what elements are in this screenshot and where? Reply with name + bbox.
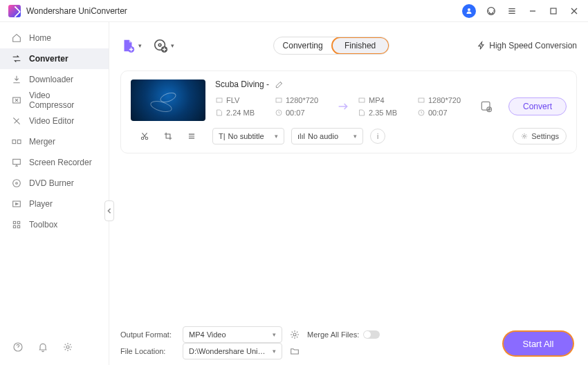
svg-point-30 bbox=[293, 333, 296, 336]
file-location-label: File Location: bbox=[120, 347, 176, 355]
open-folder-icon[interactable] bbox=[289, 346, 300, 357]
sidebar-item-dvd[interactable]: DVD Burner bbox=[0, 173, 109, 194]
svg-point-17 bbox=[158, 44, 161, 46]
svg-rect-20 bbox=[276, 98, 282, 102]
file-name: Scuba Diving - bbox=[215, 79, 269, 89]
app-logo-icon bbox=[8, 5, 21, 17]
svg-rect-25 bbox=[481, 102, 490, 110]
svg-rect-12 bbox=[17, 225, 19, 227]
convert-button[interactable]: Convert bbox=[508, 97, 567, 115]
svg-point-6 bbox=[13, 180, 21, 187]
sidebar: Home Converter Downloader Video Compress… bbox=[0, 22, 109, 365]
sidebar-item-recorder[interactable]: Screen Recorder bbox=[0, 152, 109, 173]
svg-rect-11 bbox=[13, 225, 15, 227]
svg-rect-5 bbox=[13, 159, 21, 164]
source-duration: 00:07 bbox=[286, 109, 305, 117]
sidebar-item-editor[interactable]: Video Editor bbox=[0, 111, 109, 131]
output-settings-icon[interactable] bbox=[477, 100, 496, 113]
conversion-item: Scuba Diving - FLV 2.24 MB 1280*720 00:0… bbox=[120, 71, 577, 153]
svg-rect-22 bbox=[359, 98, 365, 102]
sidebar-item-label: DVD Burner bbox=[29, 178, 74, 188]
svg-rect-19 bbox=[217, 98, 222, 102]
user-avatar-icon[interactable] bbox=[462, 4, 476, 18]
add-file-dropdown[interactable]: ▾ bbox=[138, 42, 142, 49]
tab-finished[interactable]: Finished bbox=[331, 37, 389, 55]
svg-rect-4 bbox=[17, 140, 21, 143]
sidebar-item-toolbox[interactable]: Toolbox bbox=[0, 214, 109, 235]
sidebar-item-label: Toolbox bbox=[29, 220, 57, 230]
sidebar-item-home[interactable]: Home bbox=[0, 28, 109, 48]
output-format-label: Output Format: bbox=[120, 330, 176, 339]
sidebar-item-label: Video Compressor bbox=[29, 91, 98, 110]
start-all-button[interactable]: Start All bbox=[504, 332, 573, 355]
settings-icon[interactable] bbox=[62, 341, 73, 353]
file-location-select[interactable]: D:\Wondershare UniConverter▾ bbox=[183, 343, 282, 359]
menu-icon[interactable] bbox=[506, 6, 517, 17]
support-icon[interactable] bbox=[486, 6, 497, 17]
sidebar-item-label: Home bbox=[29, 33, 51, 43]
crop-icon[interactable] bbox=[163, 131, 174, 142]
svg-point-7 bbox=[16, 182, 18, 185]
sidebar-item-label: Downloader bbox=[29, 75, 73, 84]
merge-toggle[interactable] bbox=[363, 330, 380, 339]
main-panel: ▾ ▾ Converting Finished High Speed Conve… bbox=[109, 22, 588, 365]
video-thumbnail[interactable] bbox=[131, 79, 205, 121]
sidebar-item-label: Video Editor bbox=[29, 116, 74, 126]
audio-select[interactable]: ılılNo audio▾ bbox=[291, 128, 363, 144]
sidebar-item-label: Player bbox=[29, 199, 53, 209]
svg-rect-3 bbox=[12, 140, 16, 143]
minimize-button[interactable] bbox=[527, 6, 538, 17]
bottom-bar: Output Format: MP4 Video▾ Merge All File… bbox=[109, 321, 588, 365]
output-settings-global-icon[interactable] bbox=[289, 329, 300, 340]
close-button[interactable] bbox=[569, 6, 580, 17]
source-resolution: 1280*720 bbox=[286, 96, 318, 104]
svg-point-14 bbox=[66, 346, 69, 348]
merge-label: Merge All Files: bbox=[307, 330, 359, 339]
status-tabs: Converting Finished bbox=[273, 37, 389, 55]
sidebar-item-compressor[interactable]: Video Compressor bbox=[0, 90, 109, 111]
svg-rect-10 bbox=[17, 221, 19, 223]
arrow-right-icon bbox=[334, 101, 352, 112]
info-icon[interactable]: i bbox=[370, 129, 385, 144]
help-icon[interactable] bbox=[12, 341, 24, 353]
target-duration: 00:07 bbox=[428, 109, 448, 117]
target-size: 2.35 MB bbox=[369, 109, 397, 117]
edit-name-icon[interactable] bbox=[275, 79, 284, 89]
source-format: FLV bbox=[226, 96, 239, 104]
maximize-button[interactable] bbox=[548, 6, 559, 17]
titlebar: Wondershare UniConverter bbox=[0, 0, 588, 22]
effects-icon[interactable] bbox=[186, 131, 197, 142]
sidebar-item-converter[interactable]: Converter bbox=[0, 48, 109, 69]
add-file-button[interactable] bbox=[120, 38, 136, 53]
target-resolution: 1280*720 bbox=[428, 96, 461, 104]
sidebar-item-label: Converter bbox=[29, 54, 68, 64]
output-format-select[interactable]: MP4 Video▾ bbox=[183, 326, 282, 343]
item-settings-button[interactable]: Settings bbox=[513, 128, 567, 144]
high-speed-toggle[interactable]: High Speed Conversion bbox=[477, 41, 577, 50]
sidebar-item-merger[interactable]: Merger bbox=[0, 131, 109, 152]
svg-rect-9 bbox=[13, 221, 15, 223]
add-folder-dropdown[interactable]: ▾ bbox=[171, 42, 174, 49]
subtitle-select[interactable]: T|No subtitle▾ bbox=[212, 128, 284, 144]
tab-converting[interactable]: Converting bbox=[274, 37, 332, 54]
trim-icon[interactable] bbox=[139, 131, 150, 142]
source-size: 2.24 MB bbox=[226, 109, 255, 117]
sidebar-item-label: Merger bbox=[29, 137, 55, 147]
sidebar-item-label: Screen Recorder bbox=[29, 158, 92, 167]
target-format: MP4 bbox=[369, 96, 385, 104]
app-title: Wondershare UniConverter bbox=[26, 6, 127, 16]
sidebar-item-player[interactable]: Player bbox=[0, 194, 109, 214]
svg-rect-23 bbox=[419, 98, 424, 102]
add-folder-button[interactable] bbox=[153, 38, 168, 53]
svg-point-29 bbox=[524, 135, 526, 138]
svg-rect-1 bbox=[551, 8, 556, 14]
notifications-icon[interactable] bbox=[37, 341, 48, 353]
sidebar-item-downloader[interactable]: Downloader bbox=[0, 69, 109, 90]
